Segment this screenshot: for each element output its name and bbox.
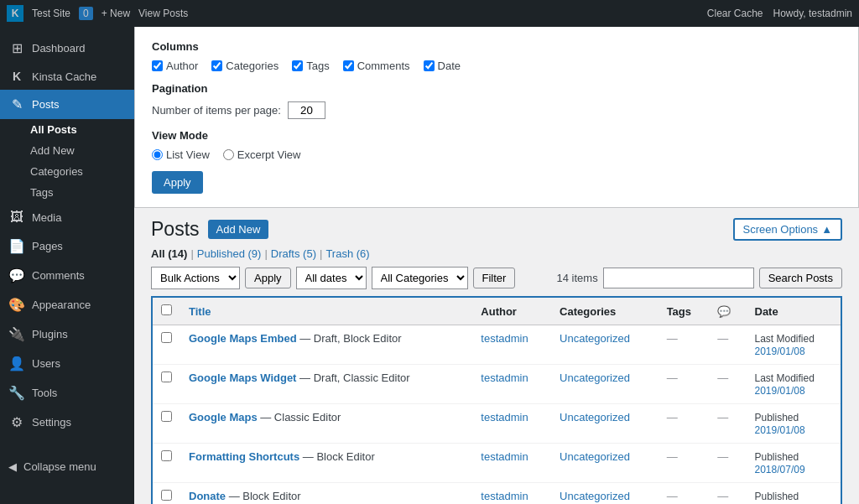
sidebar-item-plugins[interactable]: 🔌 Plugins [0, 320, 134, 349]
col-author-input[interactable] [152, 60, 163, 71]
category-link[interactable]: Uncategorized [560, 450, 630, 463]
category-link[interactable]: Uncategorized [560, 490, 630, 502]
sidebar-item-dashboard[interactable]: ⊞ Dashboard [0, 34, 134, 63]
row-tags: — [659, 365, 710, 404]
col-categories-input[interactable] [211, 60, 222, 71]
row-author: testadmin [472, 444, 551, 483]
col-header-title[interactable]: Title [180, 297, 472, 325]
post-title-link[interactable]: Google Maps Embed [189, 332, 297, 345]
col-tags-checkbox[interactable]: Tags [292, 60, 329, 72]
filter-all-label: All [151, 247, 165, 260]
filter-all[interactable]: All (14) [151, 247, 187, 260]
filter-button[interactable]: Filter [473, 268, 516, 288]
col-comments-input[interactable] [343, 60, 354, 71]
col-categories-checkbox[interactable]: Categories [211, 60, 279, 72]
sidebar-item-posts[interactable]: ✎ Posts [0, 90, 134, 119]
filter-drafts[interactable]: Drafts (5) [271, 247, 316, 260]
col-author-label: Author [166, 60, 198, 72]
row-categories: Uncategorized [551, 325, 659, 365]
post-title-link[interactable]: Google Maps [189, 411, 258, 423]
tags-value: — [667, 450, 678, 463]
sidebar-item-appearance[interactable]: 🎨 Appearance [0, 290, 134, 320]
col-tags-input[interactable] [292, 60, 303, 71]
sidebar-item-comments[interactable]: 💬 Comments [0, 261, 134, 290]
list-view-radio[interactable]: List View [152, 148, 210, 161]
pagination-input[interactable] [288, 101, 325, 119]
sidebar-item-settings[interactable]: ⚙ Settings [0, 408, 134, 437]
col-comments-checkbox[interactable]: Comments [343, 60, 410, 72]
bulk-apply-button[interactable]: Apply [245, 268, 291, 288]
screen-options-button[interactable]: Screen Options ▲ [733, 218, 842, 241]
post-title-link[interactable]: Google Maps Widget [189, 372, 296, 384]
date-value[interactable]: 2018/07/09 [755, 464, 805, 475]
author-link[interactable]: testadmin [481, 490, 528, 502]
date-status: Published [755, 451, 799, 463]
filter-published[interactable]: Published (9) [197, 247, 262, 260]
wp-logo[interactable]: K [7, 5, 23, 22]
col-header-author: Author [472, 297, 551, 325]
filter-trash[interactable]: Trash (6) [325, 247, 369, 260]
filter-published-label: Published [197, 247, 245, 260]
items-count: 14 items [557, 272, 598, 284]
author-link[interactable]: testadmin [481, 450, 528, 463]
bulk-actions-select[interactable]: Bulk Actions [151, 267, 240, 289]
col-header-date: Date [747, 297, 842, 325]
sidebar-item-media[interactable]: 🖼 Media [0, 203, 134, 231]
table-row: Donate — Block Editor testadmin Uncatego… [152, 483, 841, 505]
select-all-checkbox[interactable] [161, 304, 172, 315]
site-name-link[interactable]: Test Site [32, 8, 70, 19]
comments-count[interactable]: 0 [79, 7, 93, 20]
screen-options-label: Screen Options [743, 223, 819, 236]
sidebar-item-tools[interactable]: 🔧 Tools [0, 378, 134, 408]
sidebar-item-users[interactable]: 👤 Users [0, 349, 134, 378]
clear-cache-link[interactable]: Clear Cache [707, 8, 763, 19]
search-posts-button[interactable]: Search Posts [759, 268, 842, 288]
date-value[interactable]: 2019/01/08 [755, 346, 805, 357]
date-value[interactable]: 2019/01/08 [755, 424, 805, 436]
row-checkbox[interactable] [161, 490, 172, 501]
sidebar-sub-tags[interactable]: Tags [30, 182, 134, 203]
search-input[interactable] [603, 268, 754, 288]
sidebar-item-pages[interactable]: 📄 Pages [0, 231, 134, 261]
category-link[interactable]: Uncategorized [560, 411, 630, 423]
table-controls-left: Bulk Actions Apply All dates All Categor… [151, 267, 515, 289]
post-title-link[interactable]: Formatting Shortcuts [189, 450, 299, 463]
categories-filter-select[interactable]: All Categories [372, 267, 468, 289]
appearance-icon: 🎨 [8, 297, 25, 313]
view-posts-link[interactable]: View Posts [138, 8, 188, 19]
filter-links: All (14) | Published (9) | Drafts (5) | … [151, 241, 842, 267]
posts-submenu: All Posts Add New Categories Tags [0, 119, 134, 203]
dates-filter-select[interactable]: All dates [296, 267, 367, 289]
sidebar-sub-add-new[interactable]: Add New [30, 140, 134, 161]
row-checkbox[interactable] [161, 450, 172, 461]
pagination-label: Number of items per page: [152, 104, 281, 117]
row-checkbox[interactable] [161, 411, 172, 422]
users-icon: 👤 [8, 356, 25, 372]
sidebar-item-kinsta-cache[interactable]: K Kinsta Cache [0, 63, 134, 90]
title-sort-link[interactable]: Title [189, 305, 211, 318]
author-link[interactable]: testadmin [481, 332, 528, 345]
sidebar-sub-all-posts[interactable]: All Posts [30, 119, 134, 140]
list-view-input[interactable] [152, 149, 163, 160]
row-checkbox[interactable] [161, 332, 172, 343]
tags-value: — [667, 411, 678, 423]
post-title-link[interactable]: Donate [189, 490, 226, 502]
author-link[interactable]: testadmin [481, 411, 528, 423]
post-subtitle: — Block Editor [303, 450, 375, 463]
row-date: Published 2018/04/06 [747, 483, 842, 505]
col-date-checkbox[interactable]: Date [424, 60, 461, 72]
date-value[interactable]: 2019/01/08 [755, 385, 805, 397]
add-new-button[interactable]: Add New [208, 220, 269, 239]
category-link[interactable]: Uncategorized [560, 372, 630, 384]
excerpt-view-input[interactable] [223, 149, 234, 160]
sidebar-sub-categories[interactable]: Categories [30, 161, 134, 182]
excerpt-view-radio[interactable]: Excerpt View [223, 148, 301, 161]
collapse-menu[interactable]: ◀ Collapse menu [0, 454, 134, 480]
category-link[interactable]: Uncategorized [560, 332, 630, 345]
col-author-checkbox[interactable]: Author [152, 60, 198, 72]
row-checkbox[interactable] [161, 372, 172, 382]
author-link[interactable]: testadmin [481, 372, 528, 384]
screen-options-apply-button[interactable]: Apply [152, 171, 203, 194]
col-date-input[interactable] [424, 60, 435, 71]
new-link[interactable]: + New [102, 8, 130, 19]
